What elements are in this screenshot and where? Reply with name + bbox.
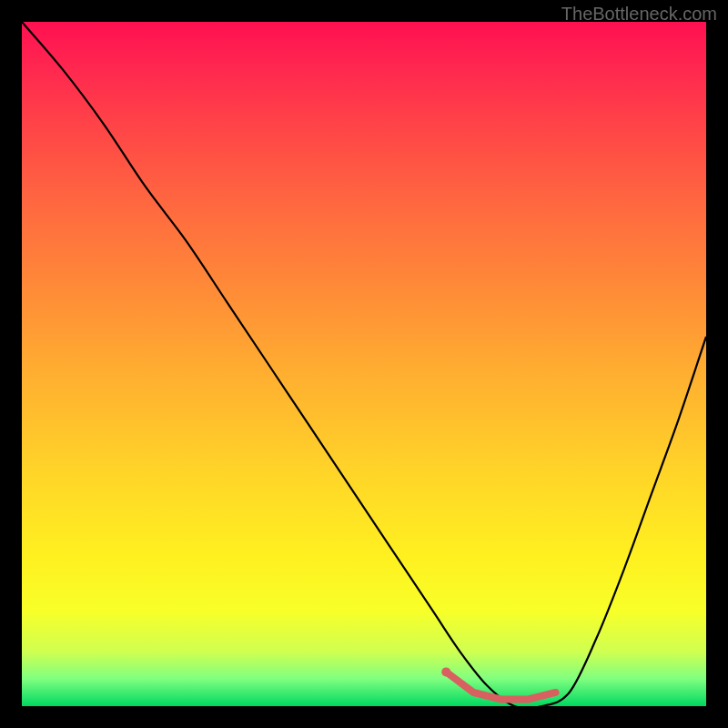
watermark-text: TheBottleneck.com xyxy=(561,4,717,25)
chart-svg xyxy=(22,22,706,706)
main-bottleneck-curve xyxy=(22,22,706,706)
highlight-start-dot xyxy=(441,667,450,676)
chart-plot-area xyxy=(22,22,706,706)
optimal-highlight-segment xyxy=(446,672,555,699)
